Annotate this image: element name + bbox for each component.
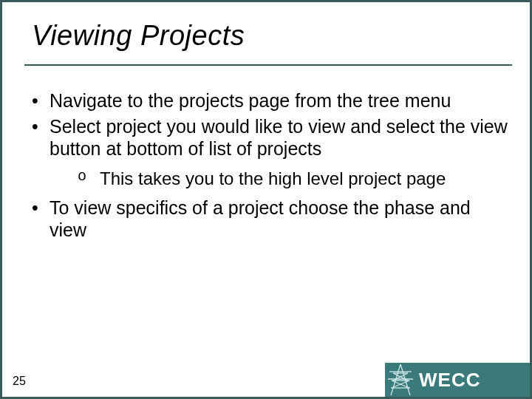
svg-line-1 [400,364,410,395]
slide-title: Viewing Projects [32,20,245,52]
bullet-text: Select project you would like to view an… [50,116,508,160]
page-number: 25 [13,375,26,388]
bullet-list: Navigate to the projects page from the t… [29,89,508,242]
logo-text: WECC [419,369,480,392]
bullet-item: Navigate to the projects page from the t… [29,89,508,112]
bullet-text: To view specifics of a project choose th… [50,197,471,241]
wecc-logo: WECC [385,363,530,397]
title-underline [24,64,512,66]
slide-frame: Viewing Projects Navigate to the project… [0,0,532,399]
sub-bullet-list: This takes you to the high level project… [50,168,508,189]
sub-bullet-item: This takes you to the high level project… [50,168,508,189]
sub-bullet-text: This takes you to the high level project… [100,168,446,188]
bullet-item: To view specifics of a project choose th… [29,197,508,242]
tower-icon [385,363,416,397]
slide-content: Navigate to the projects page from the t… [29,89,508,245]
bullet-text: Navigate to the projects page from the t… [50,90,451,111]
bullet-item: Select project you would like to view an… [29,115,508,189]
svg-line-0 [391,364,400,395]
